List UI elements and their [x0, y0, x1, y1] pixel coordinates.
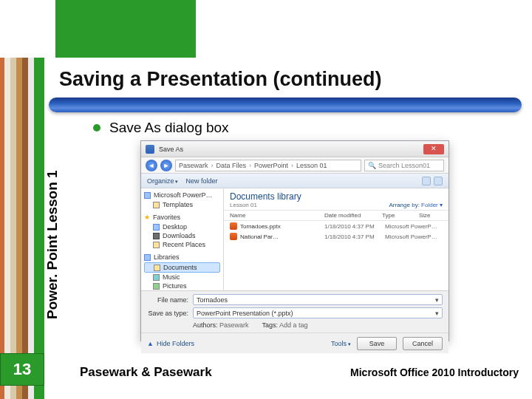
chevron-right-icon: › — [211, 162, 214, 169]
col-date: Date modified — [324, 212, 382, 219]
navigation-pane: Microsoft PowerP… Templates ★Favorites D… — [141, 188, 224, 290]
chevron-up-icon: ▲ — [147, 340, 154, 347]
dialog-footer: ▲Hide Folders Tools Save Cancel — [141, 332, 449, 353]
filename-label: File name: — [147, 296, 188, 304]
arrow-left-icon: ◄ — [149, 162, 155, 169]
bullet-dot-icon — [93, 124, 100, 132]
view-icon[interactable] — [422, 177, 431, 185]
library-title: Documents library — [230, 191, 301, 202]
nav-group-libraries[interactable]: Libraries — [144, 253, 220, 261]
col-size: Size — [419, 212, 431, 219]
libraries-icon — [144, 254, 151, 261]
crumb-segment: Lesson 01 — [296, 162, 327, 169]
chevron-down-icon: ▾ — [435, 296, 439, 304]
savetype-label: Save as type: — [147, 310, 188, 317]
page-number: 13 — [0, 353, 44, 386]
nav-back-button[interactable]: ◄ — [146, 160, 157, 171]
search-input[interactable]: 🔍 Search Lesson01 — [364, 160, 444, 171]
chevron-right-icon: › — [249, 162, 251, 169]
address-bar: ◄ ► Pasewark› Data Files› PowerPoint› Le… — [141, 157, 449, 174]
help-icon[interactable] — [434, 177, 443, 185]
meta-row: Authors: Pasewark Tags: Add a tag — [147, 321, 443, 331]
organize-menu[interactable]: Organize — [147, 177, 178, 185]
save-fields: File name: Tornadoes▾ Save as type: Powe… — [141, 290, 449, 332]
crumb-segment: PowerPoint — [254, 162, 288, 169]
arrange-by[interactable]: Arrange by: Folder ▾ — [389, 202, 443, 208]
save-as-dialog: Save As ✕ ◄ ► Pasewark› Data Files› Powe… — [140, 140, 449, 341]
col-type: Type — [382, 212, 419, 219]
filename-input[interactable]: Tornadoes▾ — [193, 294, 443, 305]
nav-item-templates[interactable]: Templates — [144, 200, 220, 209]
folder-icon — [153, 202, 160, 208]
nav-group-favorites[interactable]: ★Favorites — [144, 214, 220, 221]
nav-item-downloads[interactable]: Downloads — [144, 231, 220, 240]
app-icon — [144, 192, 151, 199]
documents-icon — [154, 265, 160, 271]
save-button[interactable]: Save — [357, 337, 397, 350]
bullet-text: Save As dialog box — [109, 120, 229, 136]
tools-menu[interactable]: Tools — [331, 340, 351, 347]
slide-title: Saving a Presentation (continued) — [59, 68, 382, 91]
nav-item-music[interactable]: Music — [144, 273, 220, 282]
dialog-title: Save As — [159, 146, 183, 153]
search-icon: 🔍 — [368, 162, 376, 169]
bullet-item: Save As dialog box — [93, 120, 229, 136]
new-folder-button[interactable]: New folder — [185, 177, 217, 185]
library-subtitle: Lesson 01 — [230, 202, 301, 208]
file-list-pane: Documents library Lesson 01 Arrange by: … — [224, 188, 449, 290]
decorative-green-block — [55, 0, 196, 58]
chevron-down-icon: ▾ — [435, 310, 439, 317]
cancel-button[interactable]: Cancel — [403, 337, 443, 350]
recent-icon — [153, 242, 160, 248]
file-row[interactable]: National Par… 1/18/2010 4:37 PM Microsof… — [224, 231, 449, 242]
close-icon: ✕ — [431, 146, 437, 152]
nav-item-documents[interactable]: Documents — [144, 262, 220, 273]
music-icon — [153, 274, 160, 281]
nav-group-app[interactable]: Microsoft PowerP… — [144, 191, 220, 199]
footer-right: Microsoft Office 2010 Introductory — [350, 366, 519, 378]
close-button[interactable]: ✕ — [423, 144, 444, 154]
save-icon — [146, 145, 154, 154]
dialog-titlebar: Save As ✕ — [141, 141, 449, 157]
nav-item-pictures[interactable]: Pictures — [144, 282, 220, 290]
pptx-icon — [230, 233, 237, 240]
file-row[interactable]: Tornadoes.pptx 1/18/2010 4:37 PM Microso… — [224, 221, 449, 231]
title-underline — [49, 98, 522, 112]
column-headers[interactable]: Name Date modified Type Size — [224, 211, 449, 221]
col-name: Name — [230, 212, 324, 219]
breadcrumb[interactable]: Pasewark› Data Files› PowerPoint› Lesson… — [175, 160, 361, 171]
nav-forward-button[interactable]: ► — [160, 160, 172, 171]
desktop-icon — [153, 224, 160, 231]
star-icon: ★ — [144, 214, 150, 221]
nav-item-recent[interactable]: Recent Places — [144, 240, 220, 249]
decorative-left-stripe — [0, 0, 44, 399]
nav-item-desktop[interactable]: Desktop — [144, 222, 220, 231]
savetype-select[interactable]: PowerPoint Presentation (*.pptx)▾ — [193, 307, 443, 318]
footer-left: Pasewark & Pasewark — [80, 365, 212, 380]
pptx-icon — [230, 222, 237, 230]
chevron-right-icon: › — [291, 162, 293, 169]
crumb-segment: Pasewark — [179, 162, 208, 169]
search-placeholder: Search Lesson01 — [378, 162, 430, 169]
arrow-right-icon: ► — [163, 162, 170, 169]
pictures-icon — [153, 283, 160, 290]
side-lesson-label: Power. Point Lesson 1 — [44, 170, 61, 319]
dialog-toolbar: Organize New folder — [141, 174, 449, 188]
downloads-icon — [153, 233, 160, 239]
crumb-segment: Data Files — [216, 162, 247, 169]
hide-folders-button[interactable]: ▲Hide Folders — [147, 340, 194, 347]
